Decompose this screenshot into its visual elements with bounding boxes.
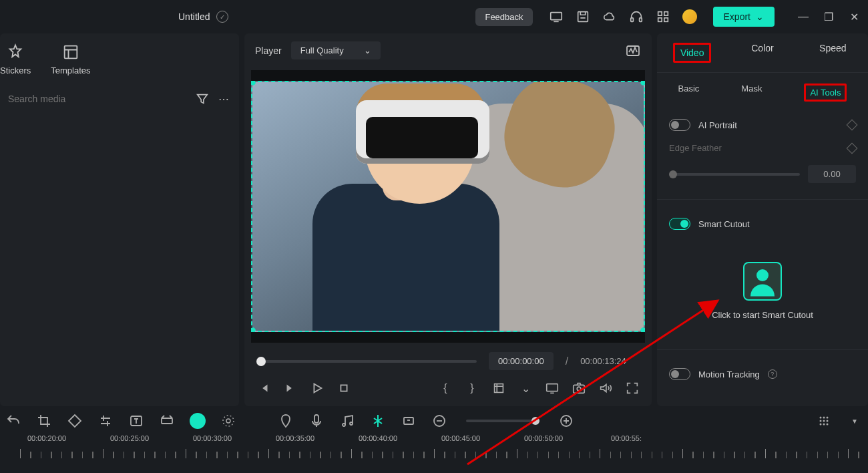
ai-portrait-toggle[interactable] [669,119,690,131]
tab-video[interactable]: Video [657,33,727,72]
svg-point-15 [756,269,769,281]
quality-select[interactable]: Full Quality ⌄ [291,41,381,59]
next-frame-icon[interactable] [283,381,298,396]
player-panel: Player Full Quality ⌄ [244,33,652,406]
time-separator: / [566,355,568,367]
right-panel: Video Color Speed Basic Mask AI Tools AI… [657,33,868,406]
aspect-icon[interactable] [491,381,506,396]
svg-rect-7 [664,18,668,22]
svg-rect-6 [658,18,662,22]
mic-icon[interactable] [308,413,324,429]
keyframe-icon[interactable] [847,120,858,131]
frame-icon[interactable] [401,413,417,429]
mark-in-icon[interactable]: { [438,381,453,396]
undo-icon[interactable] [5,413,21,429]
headphones-icon[interactable] [629,9,644,24]
svg-rect-3 [639,18,642,22]
export-button[interactable]: Export ⌄ [713,7,775,27]
subtab-basic[interactable]: Basic [673,81,705,104]
dropdown-icon[interactable]: ▼ [847,413,863,429]
marker-icon[interactable] [278,413,294,429]
help-icon[interactable]: ? [768,369,777,379]
mark-out-icon[interactable]: } [465,381,479,396]
effects-icon[interactable] [220,413,236,429]
svg-rect-11 [495,384,503,393]
svg-point-33 [823,424,825,426]
volume-icon[interactable] [598,381,613,396]
timeline-ruler[interactable]: 00:00:20:00 00:00:25:00 00:00:30:00 00:0… [20,434,868,461]
stickers-tab[interactable]: Stickers [0,43,31,75]
ai-portrait-label: AI Portrait [698,120,840,130]
video-frame[interactable] [251,81,645,332]
feedback-button[interactable]: Feedback [475,8,532,26]
keyframe-icon[interactable] [847,142,858,154]
cloud-icon[interactable] [602,9,617,24]
grid-icon[interactable] [816,413,832,429]
resize-handle[interactable] [251,327,256,332]
ruler-label: 00:00:45:00 [441,434,480,442]
player-label: Player [255,45,282,56]
more-icon[interactable]: ⋯ [216,92,231,106]
edge-feather-value[interactable]: 0.00 [808,165,856,183]
stop-icon[interactable] [337,381,351,396]
subtab-aitools[interactable]: AI Tools [799,81,852,104]
zoom-slider[interactable] [466,420,539,422]
music-icon[interactable] [339,413,355,429]
split-icon[interactable] [370,413,386,429]
export-label: Export [724,11,750,22]
ai-icon[interactable] [190,413,206,429]
slider-thumb[interactable] [669,170,677,178]
resize-handle[interactable] [640,327,645,332]
search-input[interactable] [8,94,188,104]
zoom-out-icon[interactable] [431,413,447,429]
total-time: 00:00:13:24 [580,356,626,366]
smart-cutout-button[interactable] [743,262,782,301]
adjust-icon[interactable] [97,413,114,429]
svg-rect-0 [550,13,562,20]
edge-feather-slider[interactable] [669,173,800,176]
subtab-mask[interactable]: Mask [736,81,767,104]
text-icon[interactable] [128,413,144,429]
quality-value: Full Quality [300,45,344,55]
fullscreen-icon[interactable] [625,381,640,396]
progress-thumb[interactable] [256,357,266,366]
tab-color[interactable]: Color [727,33,797,72]
ruler-label: 00:00:20:00 [27,434,66,442]
smart-cutout-toggle[interactable] [669,218,690,230]
templates-label: Templates [51,65,90,75]
svg-rect-8 [65,46,77,59]
snapshot-icon[interactable] [572,381,586,396]
top-bar: Untitled ✓ Feedback Export ⌄ — ❐ ✕ [0,0,868,33]
chevron-down-icon[interactable]: ⌄ [518,381,533,396]
play-icon[interactable] [310,381,324,396]
ruler-label: 00:00:55: [611,434,642,442]
svg-point-21 [343,424,345,426]
display-icon[interactable] [545,381,560,396]
svg-rect-10 [341,385,347,391]
zoom-in-icon[interactable] [558,413,574,429]
close-button[interactable]: ✕ [848,11,860,23]
clip-icon[interactable] [159,413,175,429]
tag-icon[interactable] [67,413,83,429]
ruler-label: 00:00:25:00 [110,434,149,442]
svg-rect-17 [162,418,172,424]
svg-point-31 [827,420,829,422]
tab-speed[interactable]: Speed [798,33,868,72]
minimize-button[interactable]: — [797,11,809,23]
preview-area[interactable] [251,70,645,343]
resize-handle[interactable] [640,81,645,86]
filter-icon[interactable] [195,92,210,106]
apps-icon[interactable] [656,9,670,24]
crop-icon[interactable] [36,413,52,429]
prev-frame-icon[interactable] [256,381,271,396]
zoom-thumb[interactable] [531,417,539,425]
user-avatar[interactable] [682,9,697,24]
save-icon[interactable] [576,9,590,24]
progress-bar[interactable] [256,360,477,363]
monitor-icon[interactable] [549,9,564,24]
maximize-button[interactable]: ❐ [823,11,835,23]
templates-tab[interactable]: Templates [51,43,90,75]
scopes-icon[interactable] [625,43,641,59]
svg-rect-1 [578,12,588,22]
motion-tracking-toggle[interactable] [669,368,690,380]
